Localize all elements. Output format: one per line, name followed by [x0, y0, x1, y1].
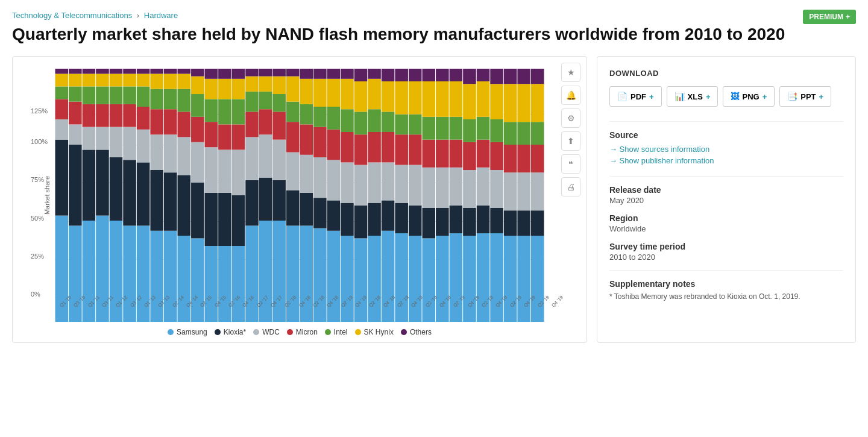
svg-rect-173 [382, 81, 395, 112]
region-row: Region Worldwide [609, 213, 843, 233]
svg-rect-1 [55, 140, 68, 216]
legend-dot-wdc [253, 329, 259, 335]
download-buttons: 📄 PDF + 📊 XLS + 🖼 PNG + 📑 PPT + [609, 86, 843, 107]
svg-rect-237 [504, 69, 517, 84]
legend-label-wdc: WDC [262, 328, 280, 336]
chart-actions: ★ 🔔 ⚙ ⬆ ❝ 🖨 [561, 63, 580, 196]
share-button[interactable]: ⬆ [561, 131, 580, 151]
png-label: PNG [742, 92, 759, 101]
svg-rect-25 [96, 87, 109, 104]
svg-rect-59 [164, 110, 177, 135]
svg-rect-137 [313, 107, 327, 127]
svg-rect-143 [327, 130, 341, 160]
legend-samsung: Samsung [168, 328, 207, 336]
bell-button[interactable]: 🔔 [561, 86, 580, 105]
breadcrumb-link-hardware[interactable]: Hardware [144, 11, 178, 20]
svg-rect-235 [504, 122, 517, 145]
svg-rect-192 [422, 140, 435, 168]
svg-rect-27 [96, 69, 109, 74]
svg-rect-163 [368, 163, 381, 203]
svg-rect-191 [422, 168, 435, 208]
svg-rect-89 [218, 79, 231, 99]
print-button[interactable]: 🖨 [561, 177, 580, 196]
svg-rect-164 [368, 132, 381, 162]
svg-rect-97 [232, 69, 245, 79]
svg-rect-62 [164, 69, 177, 74]
svg-rect-34 [110, 69, 123, 74]
svg-rect-155 [354, 206, 368, 239]
chart-legend: Samsung Kioxia* WDC Micron Intel SK Hyni… [25, 322, 574, 336]
xls-button[interactable]: 📊 XLS + [667, 86, 719, 107]
svg-rect-152 [341, 79, 354, 109]
svg-rect-128 [300, 155, 313, 193]
gear-button[interactable]: ⚙ [561, 108, 580, 128]
source-label: Source [609, 130, 843, 140]
svg-rect-82 [205, 79, 218, 99]
svg-rect-53 [150, 89, 163, 110]
svg-rect-201 [436, 81, 449, 117]
svg-rect-188 [409, 69, 422, 81]
legend-label-micron: Micron [296, 328, 318, 336]
svg-rect-181 [395, 69, 408, 81]
svg-rect-157 [354, 135, 368, 165]
svg-rect-26 [96, 74, 109, 87]
svg-rect-233 [504, 173, 517, 211]
svg-rect-200 [436, 117, 449, 140]
quote-button[interactable]: ❝ [561, 154, 580, 174]
y-label-50: 50% [31, 215, 44, 222]
chart-area: Market share 125% 100% 75% 50% 25% 0% Q1… [55, 69, 544, 322]
svg-rect-5 [55, 74, 68, 87]
svg-rect-9 [69, 125, 82, 145]
svg-rect-95 [232, 99, 245, 125]
svg-rect-57 [164, 173, 177, 231]
svg-rect-120 [286, 190, 300, 226]
svg-rect-187 [409, 81, 422, 115]
star-button[interactable]: ★ [561, 63, 580, 82]
svg-rect-107 [259, 135, 272, 178]
svg-rect-160 [354, 69, 368, 81]
show-publisher-link[interactable]: → Show publisher information [609, 156, 843, 165]
svg-rect-66 [177, 112, 190, 137]
svg-rect-125 [286, 69, 300, 77]
legend-dot-kioxia [215, 329, 221, 335]
svg-rect-104 [245, 69, 259, 77]
show-sources-link[interactable]: → Show sources information [609, 145, 843, 154]
legend-dot-intel [325, 329, 331, 335]
legend-label-others: Others [410, 328, 432, 336]
svg-rect-2 [55, 119, 68, 140]
svg-rect-18 [83, 87, 96, 104]
svg-rect-114 [272, 140, 286, 180]
premium-badge: PREMIUM + [803, 10, 856, 24]
svg-rect-229 [490, 84, 503, 120]
svg-rect-138 [313, 79, 327, 107]
svg-rect-74 [191, 94, 204, 117]
svg-rect-221 [477, 117, 490, 140]
svg-rect-103 [245, 77, 259, 92]
svg-rect-148 [341, 203, 354, 236]
png-button[interactable]: 🖼 PNG + [723, 86, 775, 107]
legend-label-skhynix: SK Hynix [364, 328, 394, 336]
svg-rect-94 [232, 125, 245, 150]
svg-rect-22 [96, 150, 109, 216]
svg-rect-234 [504, 145, 517, 172]
svg-rect-121 [286, 152, 300, 190]
main-content: ★ 🔔 ⚙ ⬆ ❝ 🖨 Market share 125% 100% 75% 5… [0, 56, 868, 355]
svg-rect-6 [55, 69, 68, 74]
breadcrumb-link-tech[interactable]: Technology & Telecommunications [12, 11, 132, 20]
svg-rect-46 [137, 87, 150, 107]
svg-rect-76 [191, 69, 204, 77]
pdf-button[interactable]: 📄 PDF + [609, 86, 662, 107]
legend-micron: Micron [287, 328, 318, 336]
svg-rect-79 [205, 148, 218, 193]
release-date-label: Release date [609, 185, 843, 195]
y-label-0: 0% [31, 291, 40, 298]
svg-rect-215 [463, 84, 476, 120]
ppt-button[interactable]: 📑 PPT + [779, 86, 831, 107]
svg-rect-130 [300, 104, 313, 125]
svg-rect-60 [164, 89, 177, 110]
svg-rect-24 [96, 104, 109, 127]
svg-rect-236 [504, 84, 517, 122]
svg-rect-198 [436, 168, 449, 208]
svg-rect-3 [55, 99, 68, 120]
svg-rect-69 [177, 69, 190, 74]
